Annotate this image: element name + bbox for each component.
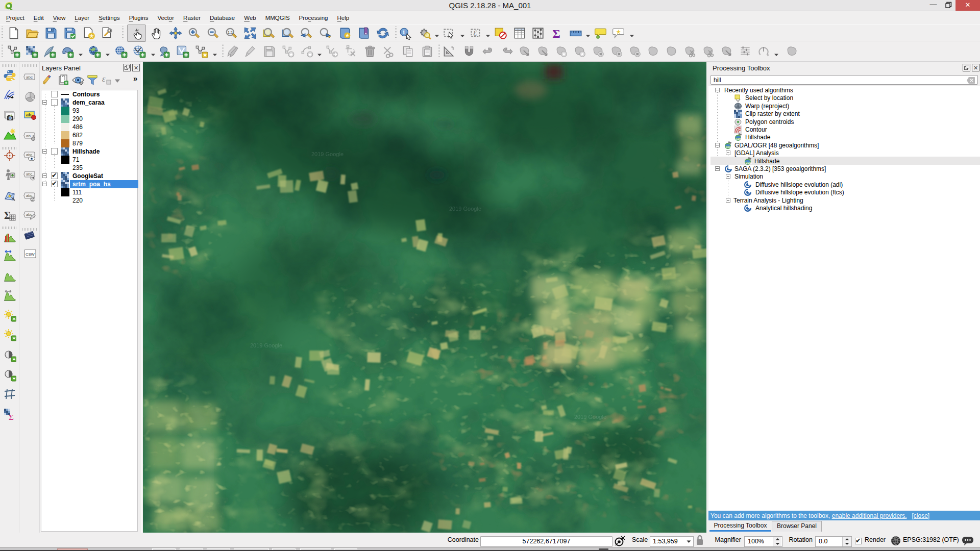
svg-text:2019 Google: 2019 Google (311, 151, 344, 157)
svg-text:1:1: 1:1 (228, 30, 233, 35)
svg-text:Ɛ: Ɛ (474, 29, 477, 37)
svg-text:ab: ab (26, 112, 32, 117)
svg-text:abc: abc (26, 75, 33, 80)
svg-text:2019 Google: 2019 Google (574, 414, 606, 420)
svg-text:CSW: CSW (26, 252, 35, 257)
svg-text:ab: ab (26, 134, 31, 138)
svg-text:GDAL: GDAL (736, 138, 742, 140)
svg-text:Ɛ: Ɛ (102, 76, 106, 83)
svg-text:abc: abc (26, 212, 32, 217)
svg-text:2019 Google: 2019 Google (250, 342, 282, 348)
svg-text:Σ: Σ (9, 413, 14, 421)
svg-text:2019 Google: 2019 Google (449, 206, 481, 212)
svg-text:Σ: Σ (552, 27, 560, 40)
svg-text:GDAL: GDAL (726, 146, 732, 148)
svg-text:GDAL: GDAL (746, 162, 752, 164)
